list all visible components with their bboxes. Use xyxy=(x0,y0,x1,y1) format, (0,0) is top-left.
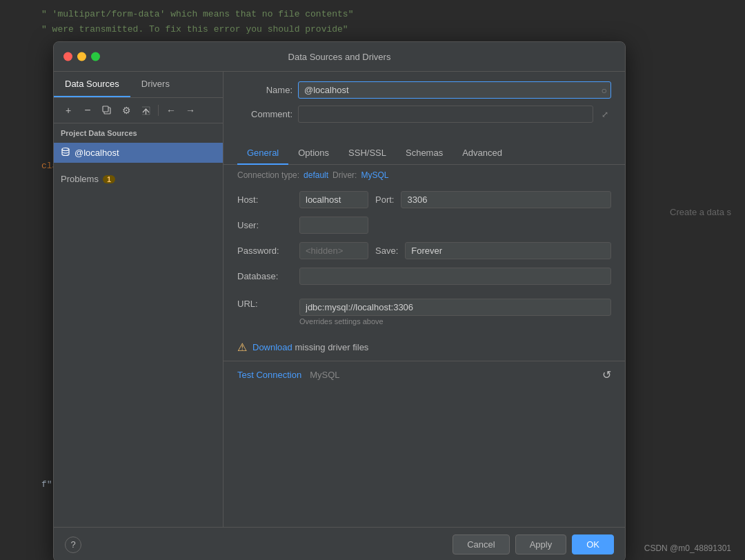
nav-tabs: General Options SSH/SSL Schemas Advanced xyxy=(223,142,625,165)
remove-button[interactable]: − xyxy=(79,102,97,119)
export-button[interactable] xyxy=(137,102,155,119)
port-label: Port: xyxy=(375,194,394,205)
driver-label: Driver: xyxy=(332,170,357,180)
password-row: Password: Save: xyxy=(237,242,611,259)
comment-label: Comment: xyxy=(237,109,292,119)
url-input[interactable] xyxy=(299,299,611,316)
form-area: Name: ○ Comment: ⤢ xyxy=(223,72,625,139)
problems-label: Problems xyxy=(61,174,99,184)
name-label: Name: xyxy=(237,85,292,95)
project-sources-header: Project Data Sources xyxy=(54,123,223,143)
fields-section: Host: Port: User: Password: Save: xyxy=(223,186,625,299)
test-db-label: MySQL xyxy=(310,370,339,380)
user-input[interactable] xyxy=(299,217,368,234)
toolbar-separator xyxy=(158,105,159,116)
settings-button[interactable]: ⚙ xyxy=(117,102,135,119)
database-row: Database: xyxy=(237,268,611,285)
problems-section: Problems 1 xyxy=(54,168,223,190)
list-item-localhost[interactable]: @localhost xyxy=(54,143,223,163)
url-label: URL: xyxy=(237,299,292,309)
host-port-row: Host: Port: xyxy=(237,191,611,208)
dialog-footer: ? Cancel Apply OK xyxy=(54,527,625,560)
add-button[interactable]: + xyxy=(59,102,77,119)
connection-type-row: Connection type: default Driver: MySQL xyxy=(223,165,625,186)
tab-bar: Data Sources Drivers xyxy=(54,72,223,98)
dialog-title: Data Sources and Drivers xyxy=(288,52,391,62)
comment-expand-button[interactable]: ⤢ xyxy=(599,108,611,121)
maximize-button[interactable] xyxy=(91,52,100,61)
comment-input[interactable] xyxy=(298,106,593,123)
svg-rect-1 xyxy=(103,106,108,112)
user-row: User: xyxy=(237,217,611,234)
tab-data-sources[interactable]: Data Sources xyxy=(54,72,130,97)
url-row: URL: xyxy=(237,299,611,316)
ok-button[interactable]: OK xyxy=(572,534,614,554)
nav-tab-advanced[interactable]: Advanced xyxy=(453,142,512,165)
nav-tab-schemas[interactable]: Schemas xyxy=(396,142,453,165)
forward-button[interactable]: → xyxy=(181,102,199,119)
back-button[interactable]: ← xyxy=(162,102,180,119)
name-input[interactable] xyxy=(298,81,611,99)
name-input-wrap: ○ xyxy=(298,81,611,99)
password-label: Password: xyxy=(237,246,292,256)
left-panel: Data Sources Drivers + − ⚙ xyxy=(54,72,223,527)
host-input[interactable] xyxy=(299,191,368,208)
right-hint: Create a data s xyxy=(670,207,731,217)
connection-type-label: Connection type: xyxy=(237,170,299,180)
list-item-label: @localhost xyxy=(74,148,119,158)
nav-tab-sshssl[interactable]: SSH/SSL xyxy=(339,142,396,165)
driver-value[interactable]: MySQL xyxy=(361,170,388,180)
apply-button[interactable]: Apply xyxy=(515,534,567,554)
save-input[interactable] xyxy=(405,242,611,259)
watermark: CSDN @m0_48891301 xyxy=(644,543,731,553)
warning-text: Download missing driver files xyxy=(252,342,368,352)
password-input[interactable] xyxy=(299,242,368,259)
name-clear-button[interactable]: ○ xyxy=(602,85,607,96)
refresh-button[interactable]: ↺ xyxy=(602,368,611,381)
database-icon xyxy=(61,147,70,159)
warning-row: ⚠ Download missing driver files xyxy=(223,334,625,361)
url-section: URL: Overrides settings above xyxy=(223,299,625,331)
connection-type-value[interactable]: default xyxy=(304,170,328,180)
host-label: Host: xyxy=(237,194,292,205)
comment-row: Comment: ⤢ xyxy=(237,106,611,123)
problems-badge: 1 xyxy=(103,175,115,183)
test-connection-row: Test Connection MySQL ↺ xyxy=(223,361,625,388)
user-label: User: xyxy=(237,220,292,230)
warning-icon: ⚠ xyxy=(237,341,247,354)
test-connection-button[interactable]: Test Connection xyxy=(237,370,301,380)
window-controls xyxy=(63,52,100,61)
title-bar: Data Sources and Drivers xyxy=(54,42,625,72)
copy-button[interactable] xyxy=(98,102,116,119)
nav-tab-general[interactable]: General xyxy=(237,142,288,165)
right-panel: Name: ○ Comment: ⤢ General Options SSH/S… xyxy=(223,72,625,527)
close-button[interactable] xyxy=(63,52,72,61)
port-input[interactable] xyxy=(401,191,611,208)
cancel-button[interactable]: Cancel xyxy=(453,534,509,554)
save-label: Save: xyxy=(375,246,398,256)
database-input[interactable] xyxy=(299,268,611,285)
nav-tab-options[interactable]: Options xyxy=(288,142,339,165)
minimize-button[interactable] xyxy=(77,52,86,61)
database-label: Database: xyxy=(237,271,292,281)
help-button[interactable]: ? xyxy=(65,537,81,553)
dialog: Data Sources and Drivers Data Sources Dr… xyxy=(53,41,626,560)
url-hint: Overrides settings above xyxy=(299,317,611,326)
svg-point-3 xyxy=(62,148,69,151)
tab-drivers[interactable]: Drivers xyxy=(130,72,181,97)
name-row: Name: ○ xyxy=(237,81,611,99)
download-link[interactable]: Download xyxy=(252,342,292,352)
toolbar: + − ⚙ ← → xyxy=(54,98,223,123)
